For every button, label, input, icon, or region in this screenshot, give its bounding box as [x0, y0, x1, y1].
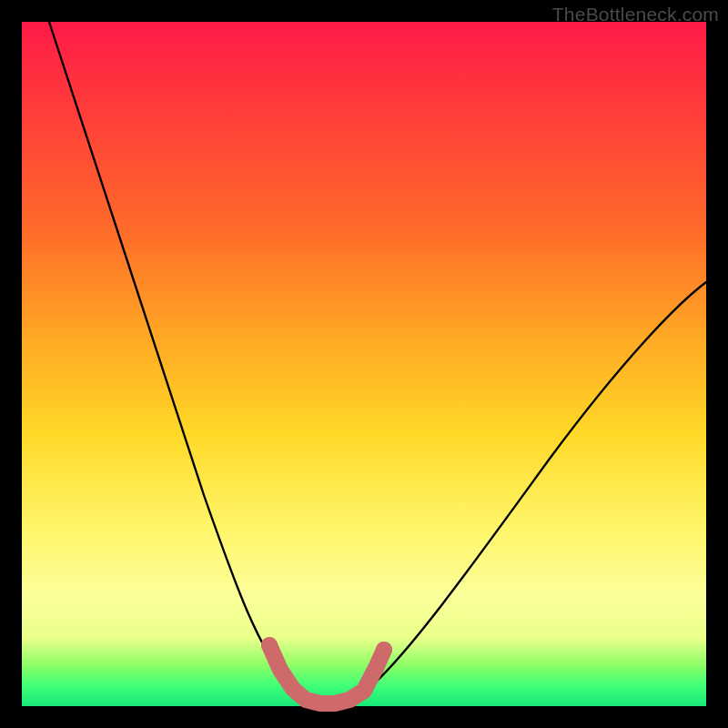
highlight-dot-end — [376, 642, 392, 658]
watermark-text: TheBottleneck.com — [552, 4, 719, 25]
chart-frame: TheBottleneck.com — [0, 0, 728, 728]
bottleneck-curve — [49, 22, 706, 703]
plot-area — [22, 22, 706, 706]
curve-layer — [22, 22, 706, 706]
flat-bottom-highlight — [269, 645, 384, 703]
highlight-dot-start — [261, 637, 278, 653]
